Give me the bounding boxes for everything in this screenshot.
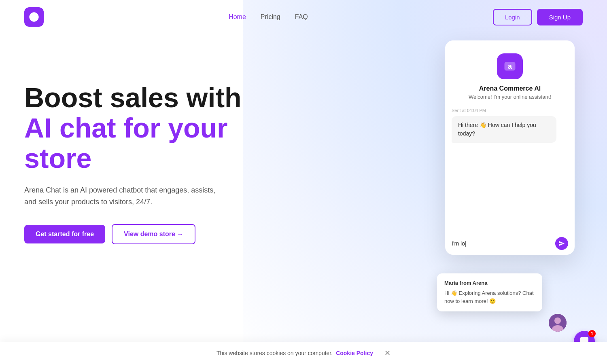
send-icon — [558, 240, 565, 247]
hero-subtitle: Arena Chat is an AI powered chatbot that… — [24, 184, 227, 208]
get-started-button[interactable]: Get started for free — [24, 225, 105, 243]
nav-faq[interactable]: FAQ — [295, 13, 308, 21]
chat-timestamp: Sent at 04:04 PM — [452, 108, 568, 113]
hero-title-line2: AI chat for your — [24, 113, 275, 143]
view-demo-button[interactable]: View demo store → — [112, 224, 195, 244]
chat-bot-avatar: a — [497, 53, 523, 79]
chat-widget-header: a Arena Commerce AI Welcome! I'm your on… — [445, 40, 575, 108]
hero-title-line1: Boost sales with — [24, 83, 275, 113]
chat-bot-avatar-icon: a — [503, 59, 517, 74]
chat-widget-card: a Arena Commerce AI Welcome! I'm your on… — [445, 40, 575, 255]
hero-section: Boost sales with AI chat for your store … — [24, 58, 275, 244]
logo-icon: a — [24, 7, 44, 27]
chat-bot-subtitle: Welcome! I'm your online assistant! — [469, 94, 551, 100]
navbar: a Home Pricing FAQ Login Sign Up — [0, 0, 607, 34]
logo[interactable]: a — [24, 7, 44, 27]
nav-pricing[interactable]: Pricing — [261, 13, 280, 21]
cookie-policy-link[interactable]: Cookie Policy — [336, 350, 373, 356]
aria-avatar-image — [549, 314, 567, 332]
nav-home[interactable]: Home — [229, 13, 246, 21]
logo-svg: a — [28, 11, 40, 23]
nav-links: Home Pricing FAQ — [229, 13, 308, 21]
svg-point-5 — [554, 317, 561, 324]
aria-chat-popup[interactable]: Maria from Arena Hi 👋 Exploring Arena so… — [437, 273, 542, 311]
cookie-close-button[interactable]: ✕ — [384, 349, 391, 357]
signup-button[interactable]: Sign Up — [537, 9, 583, 25]
aria-popup-message: Hi 👋 Exploring Arena solutions? Chat now… — [444, 289, 535, 305]
aria-popup-header: Maria from Arena — [444, 280, 535, 286]
chat-launcher-badge: 1 — [588, 330, 596, 337]
hero-title-line3: store — [24, 143, 275, 174]
svg-text:a: a — [33, 14, 36, 19]
cookie-banner: This website stores cookies on your comp… — [0, 342, 607, 364]
navbar-actions: Login Sign Up — [493, 9, 583, 25]
aria-popup-avatar — [549, 314, 567, 332]
chat-messages: Sent at 04:04 PM Hi there 👋 How can I he… — [445, 108, 575, 232]
hero-buttons: Get started for free View demo store → — [24, 224, 275, 244]
svg-text:a: a — [508, 62, 512, 70]
chat-bot-name: Arena Commerce AI — [479, 85, 541, 92]
cookie-text: This website stores cookies on your comp… — [216, 350, 333, 356]
hero-title: Boost sales with AI chat for your store — [24, 83, 275, 173]
chat-input-field[interactable] — [452, 240, 551, 247]
chat-message-bubble: Hi there 👋 How can I help you today? — [452, 116, 556, 143]
chat-input-area — [445, 232, 575, 255]
login-button[interactable]: Login — [493, 9, 532, 25]
chat-send-button[interactable] — [555, 237, 568, 250]
